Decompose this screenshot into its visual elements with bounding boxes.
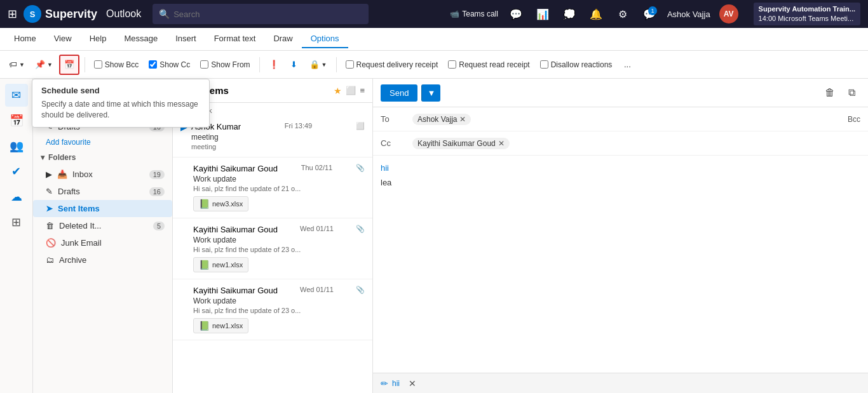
grid-icon[interactable]: ⊞	[8, 7, 17, 21]
email-subject-2: Work update	[193, 236, 365, 244]
attach-icon-2: 📎	[356, 225, 365, 233]
sidebar-item-mail[interactable]: ✉	[5, 84, 28, 107]
show-from-checkbox[interactable]	[200, 60, 208, 69]
attachment-name-3: new1.xlsx	[212, 322, 243, 330]
chat-icon-button[interactable]: 💬	[507, 5, 525, 23]
checkmark-icon: ✔	[11, 164, 21, 178]
compose-body[interactable]: hii lea	[373, 156, 868, 373]
email-subject-0: meeting	[191, 133, 365, 142]
tab-view[interactable]: View	[45, 30, 81, 48]
tab-home[interactable]: Home	[5, 30, 45, 48]
bcc-link[interactable]: Bcc	[848, 115, 860, 124]
add-favourite-button[interactable]: Add favourite	[33, 135, 172, 149]
sidebar-item-people[interactable]: 👥	[5, 135, 28, 157]
email-preview-0: meeting	[191, 143, 365, 150]
view-toggle-icon[interactable]: ⬜	[346, 86, 356, 95]
top-bar: ⊞ S Supervity Outlook 🔍 📹 Teams call 💬 📊…	[0, 0, 868, 28]
show-cc-checkbox[interactable]	[149, 60, 157, 69]
compose-toolbar: Send ▼ 🗑 ⧉	[373, 79, 868, 107]
sensitivity-button[interactable]: 🔒 ▼	[306, 55, 331, 75]
delivery-receipt-checkbox[interactable]	[346, 60, 354, 69]
delete-compose-button[interactable]: 🗑	[821, 84, 839, 102]
email-date-3: Wed 01/11	[300, 286, 334, 293]
notification-button[interactable]: 🔔	[587, 5, 605, 23]
schedule-send-button[interactable]: 📅	[59, 55, 79, 75]
more-options-button[interactable]: ...	[618, 55, 636, 75]
tab-insert[interactable]: Insert	[166, 30, 205, 48]
share-icon-button[interactable]: 📊	[534, 5, 552, 23]
email-item-2[interactable]: Kayithi Saikumar Goud Wed 01/11 📎 Work u…	[173, 218, 372, 279]
nav-item-sent-items[interactable]: ➤ Sent Items	[33, 200, 172, 217]
cc-chip-remove-0[interactable]: ✕	[498, 139, 505, 148]
tab-draw[interactable]: Draw	[264, 30, 301, 48]
send-dropdown-button[interactable]: ▼	[421, 84, 440, 102]
nav-item-archive[interactable]: 🗂 Archive	[33, 251, 172, 269]
tab-help[interactable]: Help	[81, 30, 116, 48]
nav-item-inbox[interactable]: ▶ 📥 Inbox 19	[33, 166, 172, 183]
chat-badge-button[interactable]: 💬 1	[641, 5, 658, 23]
flag-button[interactable]: 📌 ▼	[31, 55, 57, 75]
attach-icon-1: 📎	[356, 164, 365, 172]
nav-item-deleted[interactable]: 🗑 Deleted It... 5	[33, 217, 172, 234]
nav-archive-label: Archive	[59, 255, 86, 265]
cc-label: Cc	[381, 138, 412, 148]
sidebar-item-calendar[interactable]: 📅	[5, 109, 28, 132]
tab-format-text[interactable]: Format text	[205, 30, 265, 48]
folders-section-header[interactable]: ▾ Folders	[33, 149, 172, 166]
supervity-title: Supervity Automation Train...	[759, 4, 855, 14]
sidebar-item-onedrive[interactable]: ☁	[5, 185, 28, 208]
nav-deleted-label: Deleted It...	[59, 221, 101, 230]
priority-high-button[interactable]: ❗	[265, 55, 283, 75]
nav-drafts-label: Drafts	[58, 187, 80, 196]
apps-icon: ⊞	[11, 215, 21, 229]
to-row: To Ashok Vajja ✕ Bcc	[373, 107, 868, 131]
compose-body-content[interactable]: lea	[381, 178, 860, 187]
avatar[interactable]: AV	[719, 4, 738, 23]
nav-item-junk[interactable]: 🚫 Junk Email	[33, 234, 172, 251]
feedback-icon-button[interactable]: 💭	[560, 5, 578, 23]
sensitivity-icon: 🔒	[309, 60, 320, 69]
priority-low-button[interactable]: ⬇	[285, 55, 303, 75]
email-item-3[interactable]: Kayithi Saikumar Goud Wed 01/11 📎 Work u…	[173, 279, 372, 340]
search-box[interactable]: 🔍	[153, 4, 369, 24]
pop-out-button[interactable]: ⧉	[843, 84, 860, 102]
edit-icon: ✏	[381, 378, 388, 389]
to-chip-remove-0[interactable]: ✕	[459, 115, 466, 124]
schedule-tooltip: Schedule send Specify a date and time at…	[32, 79, 210, 128]
tag-dropdown-icon: ▼	[19, 62, 25, 68]
send-button[interactable]: Send	[381, 84, 417, 102]
email-item-1[interactable]: Kayithi Saikumar Goud Thu 02/11 📎 Work u…	[173, 157, 372, 218]
sidebar-item-apps[interactable]: ⊞	[5, 211, 28, 234]
supervity-notification[interactable]: Supervity Automation Train... 14:00 Micr…	[754, 3, 860, 26]
email-date-2: Wed 01/11	[300, 225, 334, 232]
tab-options[interactable]: Options	[302, 30, 348, 48]
read-receipt-checkbox[interactable]	[448, 60, 456, 69]
sidebar-item-todo[interactable]: ✔	[5, 160, 28, 183]
email-sender-2: Kayithi Saikumar Goud	[193, 225, 278, 234]
to-label: To	[381, 114, 412, 124]
schedule-icon: 📅	[64, 60, 74, 69]
close-bottom-bar-button[interactable]: ✕	[409, 378, 416, 389]
bottom-text[interactable]: hii	[392, 379, 400, 388]
filter-icon[interactable]: ≡	[360, 86, 365, 95]
show-bcc-checkbox[interactable]	[94, 60, 102, 69]
nav-item-drafts[interactable]: ✎ Drafts 16	[33, 183, 172, 200]
email-sender-3: Kayithi Saikumar Goud	[193, 286, 278, 295]
search-input[interactable]	[173, 10, 362, 19]
tag-button[interactable]: 🏷 ▼	[5, 55, 29, 75]
tab-message[interactable]: Message	[115, 30, 166, 48]
trash-compose-icon: 🗑	[825, 87, 835, 98]
disallow-reactions-checkbox[interactable]	[540, 60, 548, 69]
show-cc-label: Show Cc	[159, 60, 190, 69]
calendar-item-icon-0: ⬜	[356, 122, 365, 130]
settings-button[interactable]: ⚙	[614, 5, 632, 23]
teams-call-label: Teams call	[462, 10, 498, 18]
attachment-name-2: new1.xlsx	[212, 261, 243, 269]
to-chip-name-0: Ashok Vajja	[417, 115, 457, 124]
teams-call-button[interactable]: 📹 Teams call	[450, 10, 498, 18]
disallow-reactions-label: Disallow reactions	[551, 60, 613, 69]
app-name: Outlook	[106, 8, 141, 20]
excel-icon-1: 📗	[199, 199, 210, 209]
notification-badge: 1	[648, 6, 657, 15]
excel-icon-2: 📗	[199, 260, 210, 270]
